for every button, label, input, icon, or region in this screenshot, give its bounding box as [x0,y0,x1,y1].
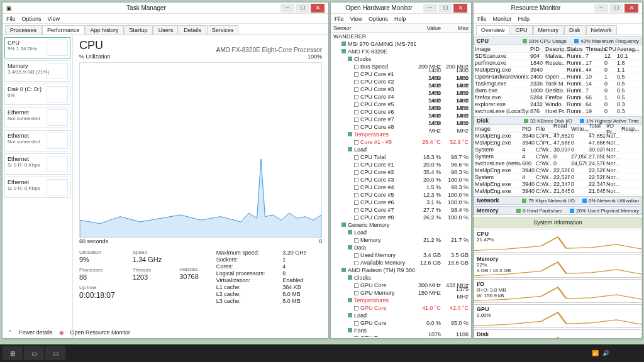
table-row[interactable]: dwm.exe1000Deskto...Runni...700.5 [474,87,642,94]
tab-details[interactable]: Details [179,25,206,35]
sensor-row[interactable]: GPU Memory150 MHz1375 MHz [331,289,471,297]
sensor-row[interactable]: Load [331,229,471,236]
menu-help[interactable]: Help [394,16,406,22]
minimize-button[interactable]: ─ [423,4,437,13]
sidebar-card-ethernet[interactable]: EthernetNot connected [4,130,70,151]
menu-help[interactable]: Help [518,16,530,22]
sensor-row[interactable]: CPU Core #512.3 %100.0 % [331,191,471,199]
close-button[interactable]: ✕ [311,4,325,13]
tab-startup[interactable]: Startup [125,25,153,35]
tab-cpu[interactable]: CPU [511,25,533,35]
sidebar-card-memory[interactable]: Memory3.4/15.9 GB (21%) [4,60,70,82]
close-button[interactable]: ✕ [453,4,467,13]
tab-services[interactable]: Services [207,25,239,35]
sensor-row[interactable]: CPU Core #81400 MHz1400 MHz [331,123,471,131]
col-max[interactable]: Max [443,25,471,31]
table-row[interactable]: firefox.exe5284FirefoxRunni...6610.5 [474,94,642,101]
table-row[interactable]: explorer.exe2432Windo...Runni...6400.3 [474,101,642,108]
tab-performance[interactable]: Performance [42,25,85,35]
table-row[interactable]: MsMpEng.exe3940C:\Pr...47,852047,852Nor.… [474,133,642,140]
maximize-button[interactable]: ☐ [438,4,452,13]
minimize-button[interactable]: ─ [280,4,294,13]
sensor-row[interactable]: WANDERER [331,33,471,40]
sensor-row[interactable]: MSI 970 GAMING (MS-7693) [331,40,471,48]
start-button[interactable]: ⊞ [3,346,23,360]
sensor-row[interactable]: CPU Core #320.0 %100.0 % [331,176,471,184]
menu-options[interactable]: Options [369,16,388,22]
table-row[interactable]: Taskmgr.exe2336Task M...Runni...1400.5 [474,80,642,87]
system-info-header[interactable]: System Information [474,217,642,228]
sensor-row[interactable]: Used Memory3.4 GB3.5 GB [331,251,471,259]
menu-view[interactable]: View [48,16,60,22]
open-resmon-link[interactable]: Open Resource Monitor [70,329,131,336]
tray-icon[interactable]: ▲ [567,350,572,356]
tray-network-icon[interactable]: 📶 [592,350,599,356]
sensor-row[interactable]: Data [331,244,471,251]
table-row[interactable]: SDScan.exe904Malwa...Runni...71210.1 [474,53,642,60]
sensor-row[interactable]: CPU Core #63.1 %100.0 % [331,199,471,206]
sensor-row[interactable]: Load [331,146,471,153]
sidebar-card-ethernet[interactable]: EthernetS: 0 R: 0 Kbps [4,177,70,198]
sensor-row[interactable]: CPU Core #235.4 %98.3 % [331,168,471,176]
sensor-row[interactable]: AMD FX-8320E [331,48,471,55]
system-tray[interactable]: ▲ ENG 📶 🔊 13:53 31/10/2015 [567,347,641,359]
menu-file[interactable]: File [477,16,487,22]
table-row[interactable]: MsMpEng.exe3940Runni...4401.1 [474,67,642,74]
taskbar-app[interactable]: ▭ [45,346,65,360]
table-row[interactable]: MsMpEng.exe3940C:\W...22,347022,347Nor..… [474,181,642,188]
tray-lang[interactable]: ENG [575,350,588,356]
fewer-details-link[interactable]: Fewer details [19,329,53,336]
taskbar-app[interactable]: ▭ [24,346,44,360]
tray-time[interactable]: 13:53 [613,347,641,353]
maximize-button[interactable]: ☐ [609,4,623,13]
section-header[interactable]: CPU10% CPU Usage42% Maximum Frequency [474,36,642,45]
col-sensor[interactable]: Sensor [331,25,416,31]
table-row[interactable]: svchost.exe (netsvcs)600C:\W...024,57624… [474,160,642,167]
sensor-row[interactable]: Core #1 - #828.4 °C32.9 °C [331,138,471,146]
table-row[interactable]: OpenHardwareMonitor.exe2400Open ...Runni… [474,74,642,80]
table-row[interactable]: MsMpEng.exe3940C:\Pr...47,686047,686Nor.… [474,140,642,146]
table-row[interactable]: MsMpEng.exe3940C:\W...22,528022,528Nor..… [474,167,642,174]
table-row[interactable]: svchost.exe (LocalSystemNet...876Host Pr… [474,108,642,115]
sensor-row[interactable]: Clocks [331,274,471,282]
ohm-titlebar[interactable]: Open Hardware Monitor ─ ☐ ✕ [331,3,471,14]
sidebar-card-disk-0-c-d-[interactable]: Disk 0 (C: D:)6% [4,84,70,105]
sensor-row[interactable]: GPU Fan1076 RPM1106 RPM [331,334,471,337]
tab-users[interactable]: Users [153,25,179,35]
tab-disk[interactable]: Disk [564,25,586,35]
sensor-row[interactable]: Memory21.2 %21.7 % [331,236,471,244]
sidebar-card-cpu[interactable]: CPU9% 1.34 GHz [4,37,70,58]
tab-network[interactable]: Network [586,25,617,35]
ohm-tree[interactable]: WANDERERMSI 970 GAMING (MS-7693)AMD FX-8… [331,33,471,337]
menu-file[interactable]: File [335,16,344,22]
tab-processes[interactable]: Processes [5,25,42,35]
rm-titlebar[interactable]: Resource Monitor ─ ☐ ✕ [474,3,642,14]
sensor-row[interactable]: GPU Core0.0 %95.0 % [331,319,471,327]
table-row[interactable]: MsMpEng.exe3940C:\W...21,845021,845Nor..… [474,188,642,195]
taskbar[interactable]: ⊞ ▭ ▭ ▲ ENG 📶 🔊 13:53 31/10/2015 [0,344,644,362]
menu-options[interactable]: Options [22,16,42,22]
table-row[interactable]: System4C:\W...22,528022,528Nor... [474,174,642,181]
minimize-button[interactable]: ─ [594,4,608,13]
tray-volume-icon[interactable]: 🔊 [602,350,609,356]
tab-memory[interactable]: Memory [533,25,564,35]
tray-date[interactable]: 31/10/2015 [613,353,641,359]
sensor-row[interactable]: CPU Core #826.2 %100.0 % [331,214,471,221]
sensor-row[interactable]: Generic Memory [331,221,471,229]
tab-app-history[interactable]: App history [86,25,124,35]
section-header[interactable]: Network75 Kbps Network I/O0% Network Uti… [474,196,642,205]
sensor-row[interactable]: CPU Core #727.7 %98.4 % [331,206,471,214]
table-row[interactable]: perfmon.exe1840Resou...Runni...1701.8 [474,60,642,67]
sensor-row[interactable]: AMD Radeon (TM) R9 380 Series [331,266,471,274]
close-button[interactable]: ✕ [625,4,638,13]
sensor-row[interactable]: Load [331,312,471,319]
table-row[interactable]: System4C:\W...30,037030,037Nor... [474,146,642,153]
section-header[interactable]: Memory0 Hard Faults/sec20% Used Physical… [474,206,642,215]
col-value[interactable]: Value [416,25,443,31]
sidebar-card-ethernet[interactable]: EthernetS: 0 R: 0 Kbps [4,153,70,175]
maximize-button[interactable]: ☐ [296,4,309,13]
sensor-row[interactable]: CPU Total18.3 %98.7 % [331,153,471,161]
sensor-row[interactable]: CPU Core #41.5 %98.3 % [331,184,471,191]
menu-file[interactable]: File [6,16,16,22]
table-row[interactable]: System4C:\W...027,05027,050Nor... [474,153,642,160]
